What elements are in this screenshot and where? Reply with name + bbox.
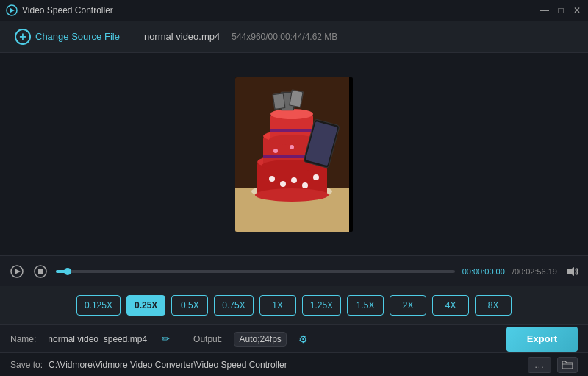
video-preview: [235, 77, 349, 232]
speed-button-2X[interactable]: 2X: [390, 295, 426, 316]
output-select[interactable]: Auto;24fps: [234, 332, 286, 347]
app-title: Video Speed Controller: [22, 5, 113, 15]
time-separator-total: /00:02:56.19: [512, 267, 557, 276]
output-label: Output:: [193, 334, 222, 344]
svg-point-17: [290, 145, 294, 149]
title-bar-controls: — □ ✕: [539, 5, 582, 15]
save-bar: Save to: C:\Vidmore\Vidmore Video Conver…: [0, 352, 588, 376]
current-time: 00:00:00.00: [462, 267, 505, 276]
edit-icon[interactable]: ✏: [162, 333, 170, 344]
file-info: normal video.mp4 544x960/00:00:44/4.62 M…: [144, 31, 337, 42]
more-button[interactable]: ...: [528, 357, 551, 373]
title-bar: Video Speed Controller — □ ✕: [0, 0, 588, 21]
svg-point-11: [302, 182, 308, 188]
svg-rect-27: [273, 93, 285, 109]
change-source-label: Change Source File: [35, 31, 120, 42]
svg-point-8: [269, 176, 275, 182]
speed-button-1-25X[interactable]: 1.25X: [302, 295, 341, 316]
toolbar-separator: [135, 29, 135, 45]
svg-marker-1: [10, 8, 15, 13]
plus-circle-icon: +: [15, 29, 31, 45]
speed-button-0-25X[interactable]: 0.25X: [126, 295, 165, 316]
svg-point-16: [273, 149, 278, 153]
stop-button[interactable]: [32, 263, 49, 280]
progress-bar[interactable]: [56, 270, 455, 273]
maximize-button[interactable]: □: [556, 5, 566, 15]
speed-button-8X[interactable]: 8X: [475, 295, 512, 316]
name-label: Name:: [10, 334, 36, 344]
output-value: Auto;24fps: [239, 334, 281, 344]
file-name: normal video.mp4: [144, 31, 220, 42]
settings-icon[interactable]: ⚙: [298, 333, 308, 345]
svg-point-12: [313, 174, 319, 180]
close-button[interactable]: ✕: [572, 5, 582, 15]
progress-dot: [64, 268, 71, 275]
speed-button-4X[interactable]: 4X: [432, 295, 469, 316]
speed-button-1X[interactable]: 1X: [259, 295, 296, 316]
change-source-button[interactable]: + Change Source File: [9, 26, 126, 48]
volume-icon[interactable]: [564, 264, 579, 279]
toolbar: + Change Source File normal video.mp4 54…: [0, 21, 588, 53]
name-value: normal video_speed.mp4: [48, 334, 147, 344]
svg-point-7: [255, 188, 329, 202]
speed-button-0-125X[interactable]: 0.125X: [76, 295, 121, 316]
speed-button-1-5X[interactable]: 1.5X: [347, 295, 384, 316]
folder-icon-button[interactable]: [557, 357, 578, 373]
total-time: 00:02:56.19: [514, 267, 557, 276]
svg-point-10: [291, 177, 297, 183]
svg-point-21: [269, 135, 315, 145]
svg-point-9: [280, 181, 286, 187]
speed-button-0-5X[interactable]: 0.5X: [171, 295, 208, 316]
svg-marker-33: [15, 269, 21, 274]
title-bar-left: Video Speed Controller: [6, 4, 113, 16]
save-label: Save to:: [10, 360, 43, 370]
file-meta: 544x960/00:00:44/4.62 MB: [232, 32, 337, 42]
save-path: C:\Vidmore\Vidmore Video Converter\Video…: [49, 360, 522, 370]
controls-bar: 00:00:00.00 /00:02:56.19: [0, 255, 588, 286]
bottom-bar: Name: normal video_speed.mp4 ✏ Output: A…: [0, 324, 588, 352]
svg-marker-36: [567, 267, 574, 276]
content-area: 00:00:00.00 /00:02:56.19 0.125X0.25X0.5X…: [0, 53, 588, 376]
export-button[interactable]: Export: [506, 327, 578, 352]
play-button[interactable]: [9, 263, 25, 280]
app-icon: [6, 4, 18, 16]
speed-button-0-75X[interactable]: 0.75X: [214, 295, 253, 316]
speed-panel: 0.125X0.25X0.5X0.75X1X1.25X1.5X2X4X8X: [0, 286, 588, 324]
video-preview-container[interactable]: [235, 77, 353, 232]
video-section: [0, 53, 588, 255]
minimize-button[interactable]: —: [539, 5, 550, 15]
svg-rect-35: [38, 269, 43, 274]
svg-rect-29: [270, 129, 313, 132]
